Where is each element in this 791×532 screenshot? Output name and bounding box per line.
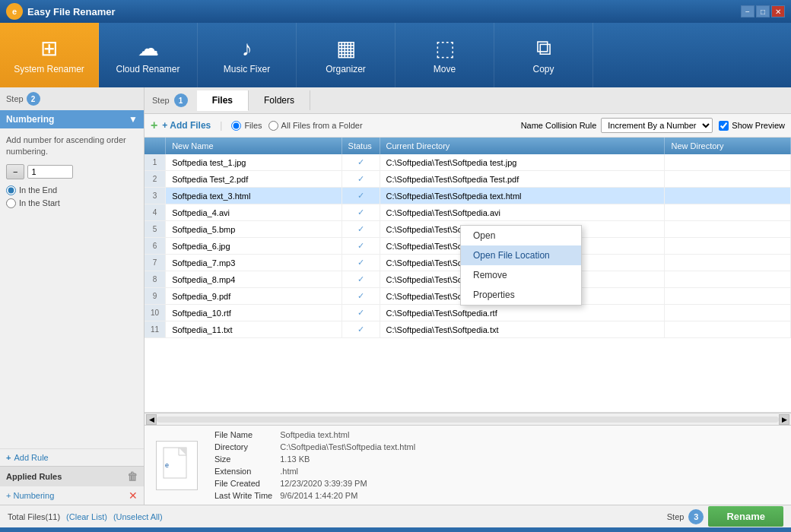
context-remove[interactable]: Remove	[461, 265, 581, 285]
row-status: ✓	[341, 171, 380, 188]
context-open[interactable]: Open	[461, 226, 581, 245]
row-new-dir	[665, 288, 791, 305]
row-number: 1	[145, 154, 166, 171]
add-files-button[interactable]: + + Add Files	[151, 119, 211, 132]
minimize-button[interactable]: −	[741, 5, 754, 17]
row-number: 8	[145, 271, 166, 288]
close-button[interactable]: ✕	[771, 5, 785, 17]
file-name-value: Softpedia text.html	[280, 429, 421, 440]
table-row[interactable]: 3 Softpedia text_3.html ✓ C:\Softpedia\T…	[145, 188, 791, 204]
radio-in-the-end[interactable]: In the End	[6, 185, 138, 195]
horizontal-scrollbar[interactable]: ◀ ▶	[145, 413, 791, 425]
scroll-right-button[interactable]: ▶	[779, 414, 789, 425]
table-row[interactable]: 4 Softpedia_4.avi ✓ C:\Softpedia\Test\So…	[145, 204, 791, 221]
row-new-dir	[665, 321, 791, 338]
scrollbar-track[interactable]	[157, 416, 779, 423]
row-new-name: Softpedia_7.mp3	[166, 255, 341, 271]
row-current-dir: C:\Softpedia\Test\Softpedia Test.pdf	[380, 171, 665, 188]
table-row[interactable]: 11 Softpedia_11.txt ✓ C:\Softpedia\Test\…	[145, 321, 791, 338]
total-files-label: Total Files(11)	[8, 512, 60, 521]
row-new-name: Softpedia_5.bmp	[166, 221, 341, 238]
row-new-name: Softpedia_10.rtf	[166, 305, 341, 321]
row-new-name: Softpedia_11.txt	[166, 321, 341, 338]
applied-rules-label: Applied Rules	[6, 472, 62, 481]
context-open-file-location[interactable]: Open File Location	[461, 245, 581, 265]
collision-select[interactable]: Increment By a Number	[601, 118, 713, 133]
row-current-dir: C:\Softpedia\Test\Softpedia.avi	[380, 204, 665, 221]
row-status: ✓	[341, 221, 380, 238]
maximize-button[interactable]: □	[756, 5, 770, 17]
show-preview-checkbox[interactable]	[719, 121, 729, 131]
radio-start-label: In the Start	[19, 198, 60, 207]
file-table-container[interactable]: New Name Status Current Directory New Di…	[145, 138, 791, 413]
right-panel: Step 1 Files Folders + + Add Files | Fil…	[145, 87, 791, 505]
table-row[interactable]: 10 Softpedia_10.rtf ✓ C:\Softpedia\Test\…	[145, 305, 791, 321]
radio-end-label: In the End	[19, 185, 57, 195]
row-status: ✓	[341, 271, 380, 288]
window-controls: − □ ✕	[741, 5, 785, 17]
cloud-renamer-label: Cloud Renamer	[116, 64, 179, 74]
remove-rule-icon[interactable]: ✕	[129, 489, 138, 502]
left-panel-content: Add number for ascending order numbering…	[0, 128, 144, 448]
row-status: ✓	[341, 188, 380, 204]
position-radio-group: In the End In the Start	[6, 185, 138, 208]
table-row[interactable]: 2 Softpedia Test_2.pdf ✓ C:\Softpedia\Te…	[145, 171, 791, 188]
radio-in-the-start[interactable]: In the Start	[6, 198, 138, 208]
controls-row: −	[6, 164, 138, 179]
title-bar: e Easy File Renamer − □ ✕	[0, 0, 791, 23]
context-properties[interactable]: Properties	[461, 285, 581, 305]
row-status: ✓	[341, 204, 380, 221]
numbering-description: Add number for ascending order numbering…	[6, 135, 138, 158]
decrement-button[interactable]: −	[6, 164, 24, 179]
scroll-left-button[interactable]: ◀	[146, 414, 157, 425]
toolbar-organizer[interactable]: ▦ Organizer	[297, 23, 396, 87]
radio-start-input[interactable]	[6, 198, 16, 208]
radio-all-files-input[interactable]	[268, 121, 278, 131]
last-write-value: 9/6/2014 1:44:20 PM	[280, 490, 421, 501]
row-new-dir	[665, 171, 791, 188]
radio-files-input[interactable]	[231, 121, 241, 131]
row-new-dir	[665, 221, 791, 238]
applied-rules-header: Applied Rules 🗑	[0, 466, 144, 486]
row-status: ✓	[341, 305, 380, 321]
table-row[interactable]: 1 Softpedia test_1.jpg ✓ C:\Softpedia\Te…	[145, 154, 791, 171]
tab-files[interactable]: Files	[197, 90, 249, 111]
row-new-name: Softpedia Test_2.pdf	[166, 171, 341, 188]
trash-icon[interactable]: 🗑	[127, 470, 138, 483]
toolbar-copy[interactable]: ⧉ Copy	[494, 23, 593, 87]
numbering-rule-item[interactable]: + Numbering ✕	[0, 486, 144, 505]
row-status: ✓	[341, 321, 380, 338]
size-value: 1.13 KB	[280, 454, 421, 464]
toolbar-move[interactable]: ⬚ Move	[396, 23, 494, 87]
status-bar: Total Files(11) (Clear List) (Unselect A…	[0, 505, 791, 527]
toolbar-music-fixer[interactable]: ♪ Music Fixer	[198, 23, 297, 87]
col-new-dir: New Directory	[665, 138, 791, 154]
app-logo: e	[6, 3, 23, 20]
toolbar-cloud-renamer[interactable]: ☁ Cloud Renamer	[99, 23, 198, 87]
tab-folders[interactable]: Folders	[249, 90, 310, 110]
dropdown-arrow-icon: ▼	[129, 114, 138, 125]
add-icon: +	[151, 119, 157, 132]
add-rule-button[interactable]: + Add Rule	[0, 448, 144, 466]
step3-text: Step	[667, 512, 685, 521]
step2-text: Step	[6, 94, 24, 103]
rename-button[interactable]: Rename	[708, 506, 783, 527]
music-fixer-icon: ♪	[242, 36, 253, 61]
numbering-dropdown[interactable]: Numbering ▼	[0, 110, 144, 128]
radio-files[interactable]: Files	[231, 121, 262, 131]
radio-all-files[interactable]: All Files from a Folder	[268, 121, 363, 131]
preview-details: File Name Softpedia text.html Directory …	[213, 428, 423, 502]
copy-icon: ⧉	[536, 36, 551, 61]
organizer-label: Organizer	[326, 64, 366, 74]
row-new-name: Softpedia text_3.html	[166, 188, 341, 204]
toolbar-system-renamer[interactable]: ⊞ System Renamer	[0, 23, 99, 87]
organizer-icon: ▦	[336, 36, 356, 61]
radio-end-input[interactable]	[6, 185, 16, 195]
start-value-input[interactable]	[27, 165, 73, 179]
toolbar: ⊞ System Renamer ☁ Cloud Renamer ♪ Music…	[0, 23, 791, 87]
row-new-name: Softpedia test_1.jpg	[166, 154, 341, 171]
tabs: Files Folders	[197, 90, 310, 110]
clear-list-link[interactable]: (Clear List)	[66, 512, 107, 521]
col-status: Status	[341, 138, 380, 154]
unselect-all-link[interactable]: (Unselect All)	[113, 512, 163, 521]
